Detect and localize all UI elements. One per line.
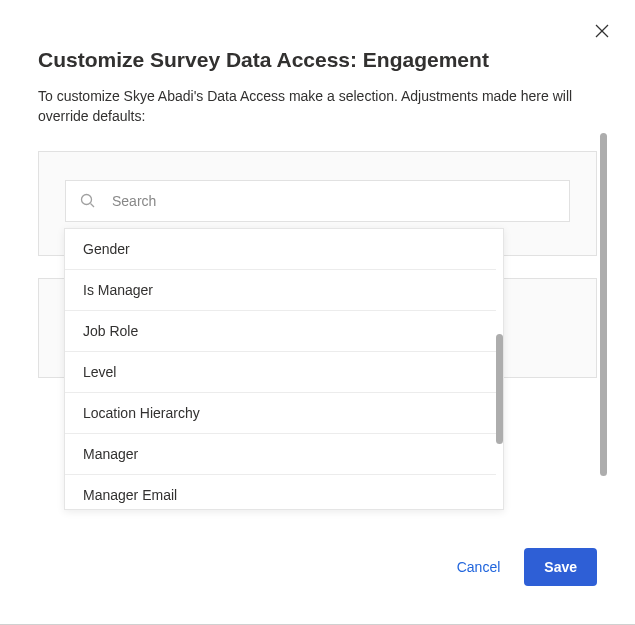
close-button[interactable] (595, 24, 609, 41)
search-wrapper[interactable] (65, 180, 570, 222)
svg-point-2 (82, 194, 92, 204)
page-title: Customize Survey Data Access: Engagement (38, 48, 597, 72)
list-item[interactable]: Location Hierarchy (65, 393, 496, 434)
dropdown-list: Gender Is Manager Job Role Level Locatio… (64, 228, 504, 510)
scrollbar-thumb[interactable] (496, 334, 503, 444)
cancel-button[interactable]: Cancel (447, 551, 511, 583)
save-button[interactable]: Save (524, 548, 597, 586)
content-area: Gender Is Manager Job Role Level Locatio… (38, 151, 597, 531)
list-item[interactable]: Gender (65, 229, 496, 270)
footer-actions: Cancel Save (447, 548, 597, 586)
list-item[interactable]: Manager (65, 434, 496, 475)
list-item[interactable]: Job Role (65, 311, 496, 352)
page-description: To customize Skye Abadi's Data Access ma… (38, 86, 597, 127)
content-scrollbar[interactable] (600, 133, 607, 508)
close-icon (595, 24, 609, 41)
svg-line-3 (91, 203, 95, 207)
dropdown-scrollbar[interactable] (496, 229, 503, 509)
modal-container: Customize Survey Data Access: Engagement… (0, 0, 635, 625)
scrollbar-thumb[interactable] (600, 133, 607, 476)
list-item[interactable]: Level (65, 352, 496, 393)
list-item[interactable]: Manager Email (65, 475, 496, 509)
dropdown-items: Gender Is Manager Job Role Level Locatio… (65, 229, 496, 509)
search-icon (80, 193, 96, 209)
list-item[interactable]: Is Manager (65, 270, 496, 311)
search-input[interactable] (112, 193, 555, 209)
